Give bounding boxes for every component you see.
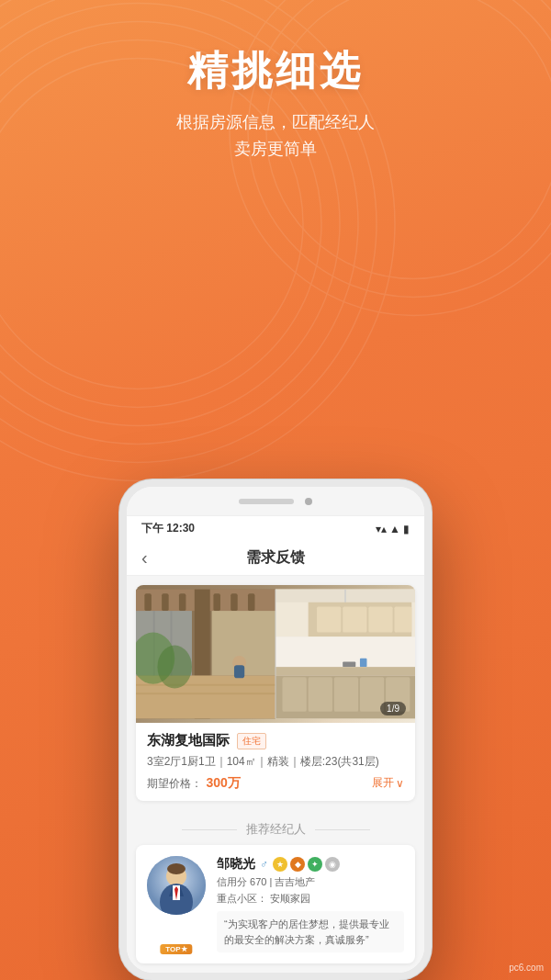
svg-rect-50 [360, 659, 367, 667]
signal-icon: ▲ [389, 523, 400, 535]
svg-rect-21 [136, 693, 276, 694]
divider-line-left [182, 829, 237, 830]
battery-icon: ▮ [403, 523, 410, 535]
property-price-row: 期望价格： 300万 展开 ∨ [147, 774, 404, 792]
price-label-text: 期望价格： 300万 [147, 774, 241, 792]
header-section: 精挑细选 根据房源信息，匹配经纪人 卖房更简单 [0, 44, 551, 163]
phone-frame: 下午 12:30 ▾▴ ▲ ▮ ‹ 需求反馈 [119, 479, 432, 980]
phone-mockup: 下午 12:30 ▾▴ ▲ ▮ ‹ 需求反馈 [119, 479, 432, 980]
svg-rect-37 [368, 606, 392, 632]
svg-rect-20 [136, 684, 276, 686]
svg-rect-15 [213, 593, 220, 611]
property-name: 东湖复地国际 [147, 732, 230, 749]
svg-rect-36 [343, 606, 366, 632]
svg-rect-16 [231, 593, 238, 611]
section-title: 推荐经纪人 [246, 821, 306, 838]
phone-hardware-top [127, 487, 424, 516]
phone-speaker [239, 499, 294, 504]
property-image[interactable]: 1/9 [136, 585, 415, 723]
svg-rect-43 [334, 677, 358, 712]
svg-rect-13 [179, 593, 186, 611]
agent-row: TOP★ 邹晓光 ♂ ★ ◆ ✦ ◉ [147, 856, 404, 952]
agent-name-row: 邹晓光 ♂ ★ ◆ ✦ ◉ [217, 856, 404, 873]
wifi-icon: ▾▴ [376, 523, 387, 535]
main-title: 精挑细选 [0, 44, 551, 98]
expand-button[interactable]: 展开 ∨ [372, 775, 404, 791]
pc6-watermark: pc6.com [509, 963, 544, 973]
navigation-bar: ‹ 需求反馈 [127, 541, 424, 576]
svg-rect-29 [234, 665, 244, 678]
medal-gray: ◉ [325, 857, 340, 872]
medal-gold: ★ [273, 857, 287, 872]
property-info: 东湖复地国际 住宅 3室2厅1厨1卫｜104㎡｜精装｜楼层:23(共31层) 期… [136, 723, 415, 801]
svg-rect-49 [343, 661, 355, 667]
section-divider: 推荐经纪人 [127, 810, 424, 845]
svg-rect-12 [162, 593, 169, 611]
content-area: 1/9 东湖复地国际 住宅 3室2厅1厨1卫｜104㎡｜精装｜楼层:23(共31… [127, 576, 424, 973]
property-card: 1/9 东湖复地国际 住宅 3室2厅1厨1卫｜104㎡｜精装｜楼层:23(共31… [136, 585, 415, 801]
status-time: 下午 12:30 [141, 521, 195, 536]
gender-icon: ♂ [260, 858, 268, 871]
status-bar: 下午 12:30 ▾▴ ▲ ▮ [127, 516, 424, 541]
image-counter: 1/9 [380, 702, 406, 715]
divider-line-right [315, 829, 370, 830]
agent-avatar [147, 856, 206, 915]
status-icons: ▾▴ ▲ ▮ [376, 523, 410, 535]
agent-name: 邹晓光 [217, 856, 255, 873]
property-tag: 住宅 [237, 733, 266, 749]
agent-quote: “为实现客户的居住梦想，提供最专业的最安全的解决方案，真诚服务” [217, 911, 404, 952]
medal-orange: ◆ [290, 857, 305, 872]
nav-title: 需求反馈 [246, 548, 305, 568]
property-name-row: 东湖复地国际 住宅 [147, 732, 404, 749]
agent-credit: 信用分 670 | 吉吉地产 [217, 875, 404, 889]
phone-camera [305, 498, 312, 505]
subtitle: 根据房源信息，匹配经纪人 卖房更简单 [0, 109, 551, 163]
back-button[interactable]: ‹ [141, 547, 148, 569]
svg-rect-41 [283, 677, 307, 712]
svg-rect-38 [394, 606, 411, 632]
svg-rect-17 [248, 593, 255, 611]
agent-avatar-wrapper: TOP★ [147, 856, 206, 952]
property-price: 300万 [206, 775, 240, 790]
svg-rect-39 [276, 667, 415, 675]
agent-area: 重点小区： 安顺家园 [217, 892, 404, 906]
top-badge: TOP★ [160, 944, 192, 954]
svg-point-55 [167, 863, 186, 874]
agent-card: TOP★ 邹晓光 ♂ ★ ◆ ✦ ◉ [136, 845, 415, 963]
svg-rect-11 [144, 593, 152, 611]
property-details: 3室2厅1厨1卫｜104㎡｜精装｜楼层:23(共31层) [147, 754, 404, 770]
svg-point-26 [157, 646, 192, 689]
svg-rect-35 [317, 606, 341, 632]
medal-green: ✦ [308, 857, 322, 872]
svg-rect-42 [309, 677, 332, 712]
badge-icons: ★ ◆ ✦ ◉ [273, 857, 340, 872]
agent-info: 邹晓光 ♂ ★ ◆ ✦ ◉ 信用分 670 | [217, 856, 404, 952]
